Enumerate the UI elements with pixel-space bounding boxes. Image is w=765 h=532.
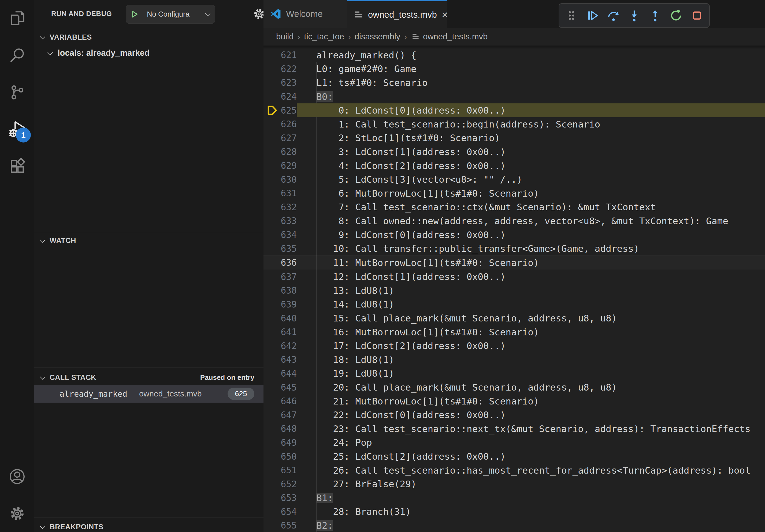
line-number[interactable]: 655 [279, 520, 297, 531]
code-line[interactable]: 625 0: LdConst[0](address: 0x00..) [264, 104, 765, 117]
breakpoints-section-header[interactable]: BREAKPOINTS [34, 519, 264, 532]
line-number[interactable]: 643 [279, 355, 297, 365]
code-line[interactable]: 654 28: Branch(31) [264, 505, 765, 519]
code-text[interactable]: L1: ts#1#0: Scenario [297, 76, 765, 90]
stack-frame-row[interactable]: already_marked owned_tests.mvb 625 [34, 385, 264, 402]
code-line[interactable]: 640 15: Call place_mark(&mut Scenario, a… [264, 311, 765, 325]
code-block-label[interactable]: B0: [297, 90, 765, 104]
line-number[interactable]: 640 [279, 313, 297, 324]
debug-restart-icon[interactable] [667, 7, 685, 24]
code-line[interactable]: 643 18: LdU8(1) [264, 353, 765, 367]
toolbar-drag-handle[interactable] [563, 7, 580, 24]
code-line[interactable]: 646 21: MutBorrowLoc[1](ts#1#0: Scenario… [264, 394, 765, 408]
glyph-margin[interactable] [264, 256, 279, 270]
line-number[interactable]: 647 [279, 410, 297, 420]
glyph-margin[interactable] [264, 214, 279, 228]
glyph-margin[interactable] [264, 298, 279, 312]
source-control-icon[interactable] [0, 74, 34, 111]
code-line[interactable]: 639 14: LdU8(1) [264, 298, 765, 312]
glyph-margin[interactable] [264, 284, 279, 298]
code-text[interactable]: 9: LdConst[0](address: 0x00..) [297, 228, 765, 242]
glyph-margin[interactable] [264, 172, 279, 186]
glyph-margin[interactable] [264, 90, 279, 104]
line-number[interactable]: 624 [279, 91, 297, 102]
code-text[interactable]: 26: Call test_scenario::has_most_recent_… [297, 463, 765, 477]
code-line[interactable]: 649 24: Pop [264, 436, 765, 450]
line-number[interactable]: 641 [279, 327, 297, 337]
code-line[interactable]: 630 5: LdConst[3](vector<u8>: "" /..) [264, 172, 765, 186]
line-number[interactable]: 625 [279, 105, 297, 116]
tab-welcome[interactable]: Welcome [264, 0, 348, 28]
locals-scope-row[interactable]: locals: already_marked [34, 46, 264, 61]
glyph-margin[interactable] [264, 200, 279, 214]
code-line[interactable]: 651 26: Call test_scenario::has_most_rec… [264, 463, 765, 477]
code-line[interactable]: 626 1: Call test_scenario::begin(address… [264, 117, 765, 131]
code-text[interactable]: already_marked() { [297, 48, 765, 62]
breadcrumb-item[interactable]: build [276, 32, 294, 42]
glyph-margin[interactable] [264, 117, 279, 131]
code-text[interactable]: 3: LdConst[1](address: 0x00..) [297, 145, 765, 159]
glyph-margin[interactable] [264, 436, 279, 450]
glyph-margin[interactable] [264, 449, 279, 463]
code-line[interactable]: 653B1: [264, 491, 765, 505]
extensions-icon[interactable] [0, 148, 34, 185]
code-line[interactable]: 621already_marked() { [264, 48, 765, 62]
code-text[interactable]: 5: LdConst[3](vector<u8>: "" /..) [297, 172, 765, 186]
line-number[interactable]: 621 [279, 50, 297, 60]
code-line[interactable]: 644 19: LdU8(1) [264, 367, 765, 381]
glyph-margin[interactable] [264, 477, 279, 491]
code-text[interactable]: 22: LdConst[0](address: 0x00..) [297, 408, 765, 422]
code-text[interactable]: 16: MutBorrowLoc[1](ts#1#0: Scenario) [297, 325, 765, 339]
glyph-margin[interactable] [264, 311, 279, 325]
code-line[interactable]: 633 8: Call owned::new(address, address,… [264, 214, 765, 228]
code-line[interactable]: 648 23: Call test_scenario::next_tx(&mut… [264, 422, 765, 436]
account-icon[interactable] [0, 458, 34, 495]
glyph-margin[interactable] [264, 159, 279, 173]
glyph-margin[interactable] [264, 62, 279, 76]
breadcrumb-item[interactable]: disassembly [355, 32, 400, 42]
run-and-debug-icon[interactable]: 1 [0, 111, 34, 148]
code-text[interactable]: 19: LdU8(1) [297, 367, 765, 381]
code-line[interactable]: 629 4: LdConst[2](address: 0x00..) [264, 159, 765, 173]
code-text[interactable]: 0: LdConst[0](address: 0x00..) [297, 104, 765, 117]
call-stack-section-header[interactable]: CALL STACK Paused on entry [34, 369, 264, 386]
code-text[interactable]: L0: game#2#0: Game [297, 62, 765, 76]
line-number[interactable]: 639 [279, 299, 297, 310]
code-text[interactable]: 17: LdConst[2](address: 0x00..) [297, 339, 765, 353]
code-text[interactable]: 4: LdConst[2](address: 0x00..) [297, 159, 765, 173]
line-number[interactable]: 623 [279, 78, 297, 88]
line-number[interactable]: 644 [279, 368, 297, 379]
code-block-label[interactable]: B1: [297, 491, 765, 505]
debug-step-into-icon[interactable] [626, 7, 643, 24]
start-debugging-play-icon[interactable] [126, 5, 143, 23]
glyph-margin[interactable] [264, 131, 279, 145]
glyph-margin[interactable] [264, 519, 279, 532]
glyph-margin[interactable] [264, 505, 279, 519]
close-icon[interactable]: × [442, 9, 448, 20]
code-text[interactable]: 8: Call owned::new(address, address, vec… [297, 214, 765, 228]
code-text[interactable]: 10: Call transfer::public_transfer<Game>… [297, 242, 765, 256]
code-line[interactable]: 650 25: LdConst[2](address: 0x00..) [264, 449, 765, 463]
code-text[interactable]: 13: LdU8(1) [297, 284, 765, 298]
code-line[interactable]: 627 2: StLoc[1](ts#1#0: Scenario) [264, 131, 765, 145]
code-text[interactable]: 7: Call test_scenario::ctx(&mut Scenario… [297, 200, 765, 214]
line-number[interactable]: 622 [279, 64, 297, 74]
glyph-margin[interactable] [264, 270, 279, 284]
watch-section-header[interactable]: WATCH [34, 232, 264, 249]
debug-stop-icon[interactable] [688, 7, 705, 24]
code-line[interactable]: 642 17: LdConst[2](address: 0x00..) [264, 339, 765, 353]
code-line[interactable]: 636 11: MutBorrowLoc[1](ts#1#0: Scenario… [264, 256, 765, 270]
glyph-margin[interactable] [264, 381, 279, 394]
line-number[interactable]: 642 [279, 341, 297, 351]
variables-section-header[interactable]: VARIABLES [34, 29, 264, 46]
line-number[interactable]: 652 [279, 479, 297, 489]
glyph-margin[interactable] [264, 394, 279, 408]
code-line[interactable]: 634 9: LdConst[0](address: 0x00..) [264, 228, 765, 242]
code-text[interactable]: 18: LdU8(1) [297, 353, 765, 367]
start-debugging-control[interactable]: No Configura [126, 5, 215, 24]
glyph-margin[interactable] [264, 325, 279, 339]
line-number[interactable]: 645 [279, 382, 297, 393]
code-line[interactable]: 628 3: LdConst[1](address: 0x00..) [264, 145, 765, 159]
line-number[interactable]: 633 [279, 216, 297, 226]
line-number[interactable]: 628 [279, 146, 297, 157]
